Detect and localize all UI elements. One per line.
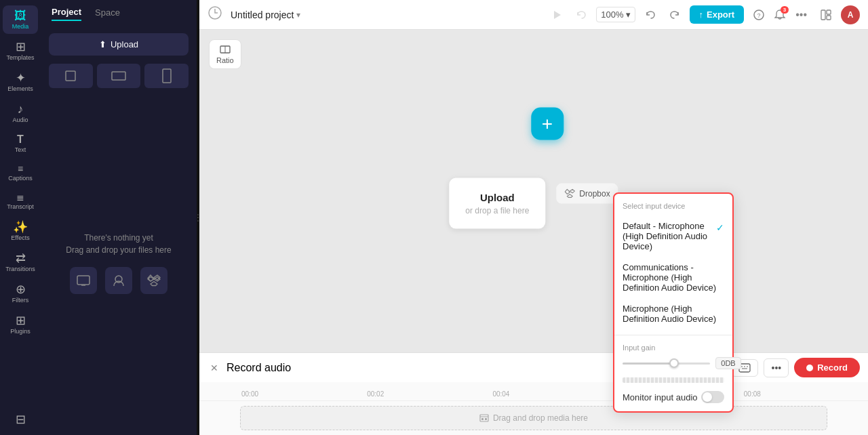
monitor-toggle[interactable] xyxy=(701,391,724,403)
notifications-btn[interactable]: 3 xyxy=(774,9,786,21)
sidebar-item-elements[interactable]: ✦ Elements xyxy=(3,68,38,96)
dropdown-item-1[interactable]: Communications - Microphone (High Defini… xyxy=(614,257,732,298)
svg-rect-31 xyxy=(485,418,487,420)
sidebar-item-effects[interactable]: ✨ Effects xyxy=(3,217,38,245)
vu-meter xyxy=(623,377,724,383)
sidebar-label-captions: Captions xyxy=(8,175,33,182)
gain-value: 0DB xyxy=(715,357,741,369)
sidebar-item-bottom-settings[interactable]: ⊟ xyxy=(3,409,38,430)
svg-rect-0 xyxy=(66,71,75,81)
captions-icon: ≡ xyxy=(18,164,23,173)
zoom-control[interactable]: 100% ▾ xyxy=(596,7,635,22)
sidebar-item-filters[interactable]: ⊕ Filters xyxy=(3,279,38,308)
record-audio-label: Record audio xyxy=(226,362,291,374)
audio-icon: ♪ xyxy=(18,103,24,115)
undo-history-btn[interactable] xyxy=(641,7,660,23)
dropdown-label: Select input device xyxy=(614,199,732,215)
tick-4: 00:08 xyxy=(743,390,868,398)
dropbox-card-btn[interactable]: Dropbox xyxy=(556,184,618,204)
media-icon: 🖼 xyxy=(14,9,26,22)
project-name-chevron: ▾ xyxy=(296,10,300,20)
dropbox-card-label: Dropbox xyxy=(579,189,610,199)
upload-button[interactable]: ⬆ Upload xyxy=(49,33,189,56)
dropdown-item-text-0: Default - Microphone (High Definition Au… xyxy=(623,221,713,251)
topbar: Untitled project ▾ 100% ▾ ↑ Export ? 3 xyxy=(199,0,868,30)
upload-label: Upload xyxy=(111,39,138,49)
dropdown-item-2[interactable]: Microphone (High Definition Audio Device… xyxy=(614,298,732,329)
upload-card-sub: or drop a file here xyxy=(465,206,529,215)
svg-rect-3 xyxy=(77,276,90,285)
check-icon-0: ✓ xyxy=(716,222,724,233)
sidebar-item-templates[interactable]: ⊞ Templates xyxy=(3,37,38,65)
track-drop-label: Drag and drop media here xyxy=(493,413,588,423)
tick-0: 00:00 xyxy=(240,390,366,398)
dropdown-divider xyxy=(614,335,732,335)
more-dots-icon: ••• xyxy=(795,9,807,21)
sidebar-item-plugins[interactable]: ⊞ Plugins xyxy=(3,310,38,339)
gain-slider[interactable] xyxy=(623,362,710,365)
project-name-text: Untitled project xyxy=(231,9,294,20)
sidebar-item-audio[interactable]: ♪ Audio xyxy=(3,99,38,127)
dropdown-item-text-2: Microphone (High Definition Audio Device… xyxy=(623,304,724,324)
sidebar-label-plugins: Plugins xyxy=(10,328,31,335)
undo-btn[interactable] xyxy=(572,7,591,23)
format-portrait-btn[interactable] xyxy=(144,64,189,88)
close-record-btn[interactable]: ✕ xyxy=(208,360,221,376)
format-landscape-btn[interactable] xyxy=(97,64,141,88)
sidebar-label-transcript: Transcript xyxy=(7,203,34,210)
export-button[interactable]: ↑ Export xyxy=(690,5,745,24)
dropdown-item-0[interactable]: Default - Microphone (High Definition Au… xyxy=(614,215,732,257)
sidebar-item-transcript[interactable]: ≣ Transcript xyxy=(3,188,38,214)
input-gain-section: Input gain 0DB xyxy=(614,341,732,375)
avatar[interactable]: A xyxy=(841,5,860,24)
panel-empty-state: There's nothing yet Drag and drop your f… xyxy=(41,91,197,435)
sidebar-label-media: Media xyxy=(12,23,29,30)
text-icon: T xyxy=(17,134,24,145)
upload-area-card: Upload or drop a file here xyxy=(449,178,545,229)
sidebar-item-captions[interactable]: ≡ Captions xyxy=(3,160,38,186)
notif-badge: 3 xyxy=(781,6,789,14)
webcam-btn[interactable] xyxy=(105,267,132,294)
track-drop-zone[interactable]: Drag and drop media here xyxy=(240,406,827,430)
sidebar-item-transitions[interactable]: ⇄ Transitions xyxy=(3,248,38,276)
sidebar-label-audio: Audio xyxy=(12,117,28,123)
more-options-btn[interactable]: ••• xyxy=(791,6,811,24)
media-panel: Project Space ⬆ Upload There's nothing y… xyxy=(41,0,197,435)
tick-2: 00:04 xyxy=(491,390,616,398)
tab-project[interactable]: Project xyxy=(52,7,81,21)
empty-text: There's nothing yet Drag and drop your f… xyxy=(66,232,171,256)
export-icon: ↑ xyxy=(699,9,704,20)
transitions-icon: ⇄ xyxy=(16,252,26,264)
record-button[interactable]: Record xyxy=(794,358,860,377)
monitor-row: Monitor input audio xyxy=(614,386,732,406)
svg-marker-12 xyxy=(554,11,561,19)
sidebar-label-elements: Elements xyxy=(7,85,33,92)
tab-space[interactable]: Space xyxy=(95,7,120,20)
ratio-label: Ratio xyxy=(216,56,234,64)
sidebar-item-media[interactable]: 🖼 Media xyxy=(3,5,38,34)
help-btn[interactable]: ? xyxy=(749,7,768,23)
filters-icon: ⊕ xyxy=(16,283,26,295)
zoom-value: 100% xyxy=(601,9,623,20)
export-label: Export xyxy=(707,9,734,20)
format-buttons xyxy=(49,64,189,88)
redo-btn[interactable] xyxy=(665,7,684,23)
project-name[interactable]: Untitled project ▾ xyxy=(231,9,300,20)
panel-action-icons xyxy=(70,267,167,294)
sidebar-label-text: Text xyxy=(15,146,26,153)
tick-1: 00:02 xyxy=(366,390,491,398)
add-media-button[interactable]: + xyxy=(531,108,564,140)
sidebar-label-templates: Templates xyxy=(6,54,34,61)
format-square-btn[interactable] xyxy=(49,64,93,88)
screen-record-btn[interactable] xyxy=(70,267,97,294)
sidebar-label-filters: Filters xyxy=(12,297,29,304)
more-options-bottom-btn[interactable]: ••• xyxy=(764,358,789,377)
ratio-button[interactable]: Ratio xyxy=(209,39,241,69)
layout-btn[interactable] xyxy=(816,7,835,23)
timeline-ruler: 00:00 00:02 00:04 00:06 00:08 xyxy=(199,382,868,401)
add-icon: + xyxy=(542,113,553,135)
sidebar-item-text[interactable]: T Text xyxy=(3,130,38,157)
svg-rect-1 xyxy=(112,72,125,80)
dropbox-btn[interactable] xyxy=(140,267,167,294)
play-btn[interactable] xyxy=(547,7,566,23)
